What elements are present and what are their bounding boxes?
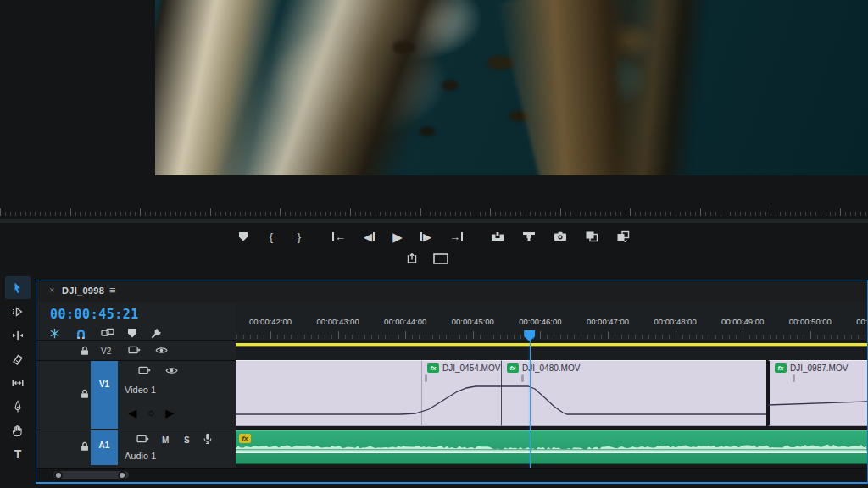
ruler-tick bbox=[685, 212, 686, 216]
step-back-button[interactable]: ◀ bbox=[362, 227, 376, 246]
camera-icon bbox=[554, 231, 567, 241]
playhead-timecode[interactable]: 00:00:45:21 bbox=[50, 307, 139, 322]
ruler-tick bbox=[655, 335, 656, 339]
program-scrollbar[interactable] bbox=[0, 219, 868, 223]
ruler-tick bbox=[205, 212, 206, 216]
ruler-tick bbox=[446, 335, 447, 339]
previous-keyframe-button[interactable]: ◀ bbox=[128, 407, 136, 419]
timeline-ruler[interactable]: 00:00:42:0000:00:43:0000:00:44:0000:00:4… bbox=[236, 302, 867, 340]
program-time-ruler[interactable] bbox=[0, 202, 868, 218]
ruler-tick bbox=[800, 212, 801, 216]
slip-tool[interactable] bbox=[5, 371, 31, 394]
panel-menu-icon[interactable]: ≡ bbox=[109, 284, 116, 297]
track-target-a1[interactable]: A1 bbox=[91, 430, 118, 465]
ruler-tick bbox=[439, 335, 440, 339]
close-tab-icon[interactable]: × bbox=[49, 285, 54, 295]
lock-track-a1-button[interactable] bbox=[79, 441, 91, 452]
linked-selection-button[interactable] bbox=[101, 328, 114, 338]
track-a1-content[interactable]: fx bbox=[236, 430, 867, 464]
ruler-tick bbox=[70, 208, 71, 216]
track-name-v1: Video 1 bbox=[125, 385, 156, 395]
ruler-tick bbox=[824, 335, 825, 339]
source-patch-v1-button[interactable] bbox=[138, 366, 151, 375]
mute-track-button[interactable]: M bbox=[162, 435, 169, 445]
comparison-view-button[interactable] bbox=[583, 227, 600, 246]
ruler-tick bbox=[453, 335, 453, 339]
timeline-settings-button[interactable] bbox=[150, 327, 163, 340]
mark-out-button[interactable]: } bbox=[292, 227, 306, 246]
playhead-line[interactable] bbox=[530, 340, 531, 469]
ruler-tick bbox=[392, 335, 392, 339]
ruler-tick bbox=[360, 212, 361, 216]
pen-tool[interactable] bbox=[5, 395, 31, 418]
toggle-track-output-v1-button[interactable] bbox=[165, 366, 178, 375]
ripple-edit-tool[interactable] bbox=[5, 324, 31, 347]
ruler-tick bbox=[476, 212, 476, 216]
ruler-tick bbox=[665, 212, 666, 216]
next-keyframe-button[interactable]: ▶ bbox=[165, 407, 174, 419]
ruler-tick bbox=[225, 212, 226, 216]
ruler-tick bbox=[426, 212, 426, 216]
ruler-tick bbox=[440, 212, 441, 216]
type-tool[interactable]: T bbox=[5, 442, 31, 465]
razor-tool[interactable] bbox=[5, 347, 31, 370]
ruler-tick bbox=[380, 212, 381, 216]
play-button[interactable]: ▶ bbox=[391, 227, 404, 246]
snap-button[interactable] bbox=[75, 327, 87, 340]
ruler-tick bbox=[105, 212, 106, 216]
export-button[interactable] bbox=[404, 249, 420, 268]
volume-rubber-band[interactable] bbox=[236, 360, 867, 428]
ruler-tick bbox=[756, 335, 757, 339]
ruler-tick bbox=[493, 335, 494, 339]
ruler-tick bbox=[160, 212, 161, 216]
audio-clip[interactable]: fx bbox=[236, 430, 867, 464]
source-patch-v2-button[interactable] bbox=[128, 346, 141, 355]
add-marker-button-timeline[interactable] bbox=[128, 329, 136, 338]
export-frame-button[interactable] bbox=[552, 227, 569, 246]
track-select-forward-tool[interactable] bbox=[5, 300, 31, 323]
lock-track-v2-button[interactable] bbox=[79, 345, 91, 357]
add-keyframe-button[interactable]: ○ bbox=[147, 407, 154, 419]
pen-icon bbox=[11, 400, 25, 413]
ruler-tick bbox=[210, 208, 211, 216]
ruler-label: 00:00:46:00 bbox=[519, 317, 561, 326]
solo-track-button[interactable]: S bbox=[184, 435, 190, 445]
extract-button[interactable] bbox=[520, 227, 537, 246]
track-target-v1[interactable]: V1 bbox=[91, 361, 118, 429]
ruler-tick bbox=[195, 212, 196, 216]
ruler-tick bbox=[180, 212, 181, 216]
add-marker-button[interactable] bbox=[236, 227, 250, 246]
ruler-tick bbox=[507, 335, 508, 339]
transport-controls: { } ← ◀ ▶ ▶ → bbox=[0, 225, 868, 274]
horizontal-scrollbar[interactable] bbox=[36, 468, 867, 482]
voiceover-record-button[interactable] bbox=[203, 433, 213, 445]
scrollbar-knob-left[interactable] bbox=[54, 471, 63, 480]
nest-sequence-button[interactable] bbox=[48, 327, 61, 340]
step-forward-button[interactable]: ▶ bbox=[419, 227, 433, 246]
ruler-tick bbox=[30, 212, 31, 216]
track-header-v1: V1 Video 1 ◀ ○ ▶ bbox=[36, 360, 236, 429]
go-to-out-button[interactable]: → bbox=[448, 227, 465, 246]
timeline-tab[interactable]: DJI_0998 bbox=[62, 286, 104, 296]
ruler-tick bbox=[600, 212, 601, 216]
hand-tool[interactable] bbox=[5, 419, 31, 441]
scrollbar-knob-right[interactable] bbox=[118, 471, 126, 480]
multi-camera-button[interactable] bbox=[615, 227, 632, 246]
source-patch-a1-button[interactable] bbox=[136, 435, 149, 444]
toggle-track-output-v2-button[interactable] bbox=[155, 346, 168, 355]
selection-tool[interactable] bbox=[5, 276, 31, 299]
ruler-tick bbox=[797, 335, 798, 339]
track-name-a1: Audio 1 bbox=[125, 451, 156, 461]
ruler-tick bbox=[236, 335, 237, 339]
safe-margins-button[interactable] bbox=[431, 249, 450, 268]
lock-track-v1-button[interactable] bbox=[79, 388, 91, 400]
go-to-in-button[interactable]: ← bbox=[331, 227, 348, 246]
mark-in-button[interactable]: { bbox=[264, 227, 278, 246]
lift-button[interactable] bbox=[489, 227, 506, 246]
ruler-tick bbox=[20, 212, 21, 216]
ruler-tick bbox=[662, 335, 663, 339]
ruler-tick bbox=[526, 212, 526, 216]
ruler-tick bbox=[547, 335, 548, 339]
track-v1-content[interactable]: fxDJI_0454.MOVfxDJI_0480.MOVfxDJI_0987.M… bbox=[236, 360, 867, 428]
track-target-v2[interactable]: V2 bbox=[101, 347, 111, 356]
